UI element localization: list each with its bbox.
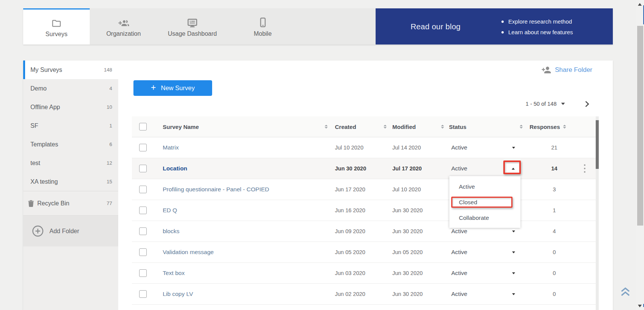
table-row: Validation message Jun 05 2020 Jun 05 20…: [132, 242, 596, 263]
status-dropdown-toggle[interactable]: [512, 251, 515, 253]
sort-icon[interactable]: [520, 125, 523, 129]
row-checkbox[interactable]: [139, 269, 147, 277]
nav-tab-mobile[interactable]: Mobile: [227, 8, 298, 45]
nav-tab-label: Mobile: [254, 30, 271, 37]
browser-scrollbar[interactable]: [636, 0, 644, 310]
row-checkbox[interactable]: [139, 248, 147, 256]
annotation-box-status-caret: [503, 161, 521, 174]
sidebar: My Surveys 148 Demo 4 Offline App 10 SF …: [23, 60, 118, 310]
row-checkbox[interactable]: [139, 207, 147, 214]
col-header-survey-name: Survey Name: [163, 124, 199, 130]
share-folder-button[interactable]: Share Folder: [541, 66, 592, 74]
table-row: Lib copy LV Jun 02 2020 Jun 30 2020 Acti…: [132, 284, 596, 305]
sort-icon[interactable]: [384, 125, 387, 129]
sidebar-folder-offline-app[interactable]: Offline App 10: [23, 98, 118, 116]
survey-name-link[interactable]: ED Q: [163, 207, 177, 214]
add-folder-label: Add Folder: [49, 228, 79, 235]
recycle-bin-count: 77: [107, 200, 112, 206]
sidebar-folder-my-surveys[interactable]: My Surveys 148: [23, 60, 118, 79]
sort-icon[interactable]: [441, 125, 444, 129]
dashboard-icon: [187, 16, 198, 27]
created-date: Jun 03 2020: [335, 270, 365, 276]
nav-tab-usage-dashboard[interactable]: Usage Dashboard: [157, 8, 227, 45]
table-row: Profiling questionnaire - Panel - COPIED…: [132, 179, 596, 200]
nav-tab-organization[interactable]: Organization: [90, 8, 157, 45]
sort-icon[interactable]: [563, 125, 566, 129]
folder-label: Demo: [30, 85, 47, 92]
status-menu-option-collaborate[interactable]: Collaborate: [449, 210, 520, 226]
created-date: Jun 16 2020: [335, 207, 365, 213]
scrollbar-down-arrow-icon[interactable]: [638, 305, 642, 307]
table-row: ED Q Jun 16 2020 Jun 30 2020 1: [132, 200, 596, 221]
caret-down-icon: [512, 231, 515, 232]
nav-tab-surveys[interactable]: Surveys: [23, 8, 90, 45]
modified-date: Jun 30 2020: [392, 270, 423, 276]
chevron-right-icon: [585, 101, 589, 107]
share-folder-label: Share Folder: [555, 66, 592, 74]
status-value: Active: [451, 144, 467, 151]
table-scrollbar-thumb[interactable]: [596, 120, 599, 169]
survey-name-link[interactable]: blocks: [163, 228, 179, 235]
sidebar-item-recycle-bin[interactable]: Recycle Bin 77: [23, 191, 118, 215]
responses-count: 4: [553, 228, 556, 234]
recycle-bin-label: Recycle Bin: [37, 200, 69, 207]
sidebar-folder-demo[interactable]: Demo 4: [23, 79, 118, 98]
pagination-caret-down-icon[interactable]: [561, 103, 565, 105]
caret-down-icon: [512, 293, 515, 295]
sort-icon[interactable]: [325, 125, 328, 129]
survey-name-link[interactable]: Profiling questionnaire - Panel - COPIED: [163, 186, 269, 193]
blog-banner[interactable]: Read our blog Explore research methodLea…: [376, 8, 613, 45]
status-dropdown-toggle[interactable]: [512, 231, 515, 232]
status-dropdown-toggle[interactable]: [512, 147, 515, 149]
add-folder-button[interactable]: Add Folder: [23, 216, 118, 246]
row-checkbox[interactable]: [139, 290, 147, 298]
status-dropdown-toggle[interactable]: [512, 272, 515, 274]
annotation-box-closed-option: [451, 197, 512, 208]
survey-name-link[interactable]: Lib copy LV: [163, 291, 193, 297]
row-checkbox[interactable]: [139, 144, 147, 151]
row-checkbox[interactable]: [139, 227, 147, 235]
status-dropdown-toggle[interactable]: [512, 293, 515, 295]
responses-count: 3: [553, 186, 556, 192]
sidebar-folder-templates[interactable]: Templates 6: [23, 135, 118, 154]
sidebar-folder-test[interactable]: test 12: [23, 154, 118, 172]
survey-name-link[interactable]: Matrix: [163, 144, 179, 151]
survey-name-link[interactable]: Location: [163, 165, 187, 172]
next-page-button[interactable]: [585, 101, 589, 107]
nav-tabs: Surveys Organization Usage Dashboard Mob…: [23, 8, 298, 45]
nav-tab-label: Organization: [106, 30, 141, 37]
table-row: Location Jun 30 2020 Jul 17 2020 Active …: [132, 158, 596, 179]
row-checkbox[interactable]: [139, 165, 147, 172]
folder-label: XA testing: [30, 178, 58, 185]
status-value: Active: [451, 165, 467, 172]
folder-count: 6: [109, 141, 112, 147]
scroll-to-top-button[interactable]: [620, 287, 630, 297]
survey-name-link[interactable]: Text box: [163, 270, 185, 277]
modified-date: Jun 30 2020: [392, 228, 423, 234]
folder-label: Templates: [30, 141, 58, 148]
select-all-checkbox[interactable]: [139, 123, 147, 130]
status-value: Active: [451, 249, 467, 256]
top-nav: Surveys Organization Usage Dashboard Mob…: [23, 8, 613, 45]
sidebar-folder-sf[interactable]: SF 1: [23, 116, 118, 135]
banner-bullet-list: Explore research methodLearn about new f…: [501, 16, 573, 38]
status-menu-option-active[interactable]: Active: [449, 179, 520, 194]
created-date: Jun 09 2020: [335, 228, 365, 234]
group-add-icon: [118, 16, 129, 27]
caret-down-icon: [512, 147, 515, 149]
new-survey-button[interactable]: + New Survey: [133, 80, 212, 96]
sidebar-folder-xa-testing[interactable]: XA testing 15: [23, 172, 118, 191]
status-value: Active: [451, 291, 467, 297]
col-header-modified: Modified: [392, 124, 416, 130]
scrollbar-thumb[interactable]: [637, 26, 643, 226]
scrollbar-up-arrow-icon[interactable]: [638, 3, 642, 6]
survey-name-link[interactable]: Validation message: [163, 249, 214, 256]
plus-icon: +: [151, 83, 156, 93]
folder-icon: [51, 16, 62, 28]
folder-label: Offline App: [30, 104, 60, 111]
row-checkbox[interactable]: [139, 186, 147, 193]
row-menu-kebab-icon[interactable]: [584, 164, 585, 174]
modified-date: Jun 30 2020: [392, 291, 423, 297]
created-date: Jun 05 2020: [335, 249, 365, 255]
created-date: Jun 30 2020: [335, 165, 366, 172]
